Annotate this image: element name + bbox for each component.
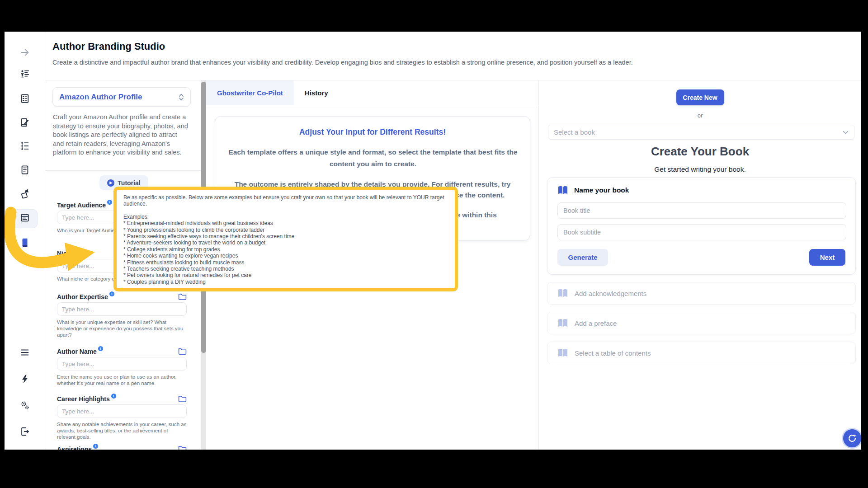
info-icon[interactable]: i bbox=[107, 200, 112, 205]
field-label: Aspirations bbox=[57, 446, 92, 450]
open-book-icon bbox=[557, 186, 568, 195]
folder-icon[interactable] bbox=[178, 347, 187, 357]
create-new-button[interactable]: Create New bbox=[676, 89, 724, 105]
chevron-updown-icon bbox=[179, 93, 184, 101]
field-label: Career Highlights bbox=[57, 395, 110, 403]
divider bbox=[45, 170, 201, 171]
field-label: Niche bbox=[57, 250, 74, 257]
folder-icon[interactable] bbox=[178, 293, 187, 302]
notebook-icon[interactable] bbox=[5, 164, 45, 175]
browser-window-icon[interactable] bbox=[5, 212, 45, 223]
app-window: Author Branding Studio Create a distinct… bbox=[5, 32, 861, 450]
select-book-placeholder: Select a book bbox=[554, 128, 843, 136]
tooltip-example-item: * College students aiming for top grades bbox=[123, 246, 448, 253]
add-acknowledgements-card[interactable]: Add acknowledgements bbox=[547, 282, 856, 305]
info-card-heading: Adjust Your Input for Different Results! bbox=[215, 127, 530, 137]
add-preface-card[interactable]: Add a preface bbox=[547, 312, 856, 334]
tooltip-example-item: * Parents seeking effective ways to mana… bbox=[123, 233, 448, 239]
locked-item-label: Add acknowledgements bbox=[575, 290, 646, 297]
page-subtitle: Create a distinctive and impactful autho… bbox=[52, 59, 633, 66]
arrow-right-icon[interactable] bbox=[5, 47, 45, 58]
name-your-book-title: Name your book bbox=[574, 186, 629, 194]
tab-ghostwriter-copilot[interactable]: Ghostwriter Co-Pilot bbox=[206, 80, 294, 105]
chevron-down-icon bbox=[843, 131, 849, 134]
open-book-icon bbox=[557, 319, 568, 328]
select-book-dropdown[interactable]: Select a book bbox=[548, 125, 854, 140]
sidebar bbox=[5, 32, 45, 450]
tooltip-example-item: * Home cooks wanting to explore vegan re… bbox=[123, 253, 448, 259]
open-book-icon bbox=[557, 348, 568, 357]
author-expertise-input[interactable] bbox=[57, 302, 187, 316]
tooltip-intro: Be as specific as possible. Below are so… bbox=[123, 194, 448, 207]
field-label: Author Name bbox=[57, 348, 97, 355]
field-helper: What is your unique expertise or skill s… bbox=[57, 319, 187, 338]
tab-history[interactable]: History bbox=[294, 80, 339, 105]
info-icon[interactable]: i bbox=[75, 248, 80, 253]
field-helper: Share any notable achievements in your c… bbox=[57, 421, 187, 440]
process-steps-icon[interactable] bbox=[5, 141, 45, 151]
field-helper: Enter the name you use or plan to use as… bbox=[57, 374, 187, 386]
template-description: Craft your Amazon Author profile and cre… bbox=[53, 113, 189, 157]
tooltip-example-item: * Pet owners looking for natural remedie… bbox=[123, 272, 448, 278]
field-label: Author Expertise bbox=[57, 293, 108, 300]
tab-bar: Ghostwriter Co-Pilot History bbox=[206, 80, 538, 105]
field-label: Target Audience bbox=[57, 202, 106, 209]
folder-icon[interactable] bbox=[178, 395, 187, 404]
write-book-icon[interactable] bbox=[5, 117, 45, 128]
locked-item-label: Select a table of contents bbox=[575, 349, 651, 357]
or-separator: or bbox=[539, 112, 861, 119]
sign-out-icon[interactable] bbox=[5, 426, 45, 437]
info-card-paragraph-1: Each template offers a unique style and … bbox=[224, 146, 522, 170]
book-subtitle-input[interactable] bbox=[557, 224, 846, 240]
target-audience-tooltip: Be as specific as possible. Below are so… bbox=[113, 187, 458, 291]
page-header: Author Branding Studio Create a distinct… bbox=[45, 32, 861, 80]
locked-item-label: Add a preface bbox=[575, 319, 617, 327]
menu-list-icon[interactable] bbox=[5, 347, 45, 358]
lightning-bolt-icon[interactable] bbox=[5, 374, 45, 385]
info-icon[interactable]: i bbox=[98, 346, 103, 351]
play-icon: ▶ bbox=[107, 179, 114, 187]
next-button[interactable]: Next bbox=[809, 249, 845, 266]
tooltip-example-item: * Young professionals looking to climb t… bbox=[123, 227, 448, 233]
template-dropdown[interactable]: Amazon Author Profile bbox=[52, 87, 191, 107]
select-table-of-contents-card[interactable]: Select a table of contents bbox=[547, 342, 856, 364]
create-your-book-subheading: Get started writing your book. bbox=[539, 165, 861, 174]
page-title: Author Branding Studio bbox=[52, 41, 165, 52]
tooltip-example-item: * Couples planning a DIY wedding bbox=[123, 279, 448, 285]
screen: Author Branding Studio Create a distinct… bbox=[0, 0, 868, 488]
blue-book-icon[interactable] bbox=[5, 237, 45, 248]
author-name-input[interactable] bbox=[57, 357, 187, 371]
book-title-input[interactable] bbox=[557, 202, 846, 219]
info-icon[interactable]: i bbox=[111, 394, 116, 399]
create-your-book-heading: Create Your Book bbox=[539, 145, 861, 159]
refresh-floating-button[interactable] bbox=[842, 428, 861, 449]
generate-button[interactable]: Generate bbox=[557, 249, 608, 266]
info-icon[interactable]: i bbox=[109, 291, 114, 296]
refresh-icon bbox=[847, 433, 857, 443]
template-dropdown-value: Amazon Author Profile bbox=[59, 93, 179, 102]
tutorial-label: Tutorial bbox=[118, 179, 140, 187]
task-document-icon[interactable] bbox=[5, 93, 45, 104]
name-your-book-card: Name your book Generate Next bbox=[547, 177, 856, 275]
tooltip-examples-label: Examples: bbox=[123, 214, 448, 220]
tooltip-example-item: * Adventure-seekers looking to travel th… bbox=[123, 239, 448, 246]
tooltip-example-item: * Fitness enthusiasts looking to build m… bbox=[123, 259, 448, 266]
promote-book-icon[interactable] bbox=[5, 189, 45, 200]
open-book-icon bbox=[557, 289, 568, 298]
folder-icon[interactable] bbox=[178, 445, 187, 450]
tooltip-example-item: * Teachers seeking creative teaching met… bbox=[123, 266, 448, 272]
tooltip-example-item: * Entrepreneurial-minded individuals wit… bbox=[123, 220, 448, 226]
gears-icon[interactable] bbox=[5, 400, 45, 411]
team-list-icon[interactable] bbox=[5, 69, 45, 80]
career-highlights-input[interactable] bbox=[57, 404, 187, 418]
book-panel: Create New or Select a book Create Your … bbox=[539, 80, 861, 450]
info-icon[interactable]: i bbox=[93, 444, 98, 449]
